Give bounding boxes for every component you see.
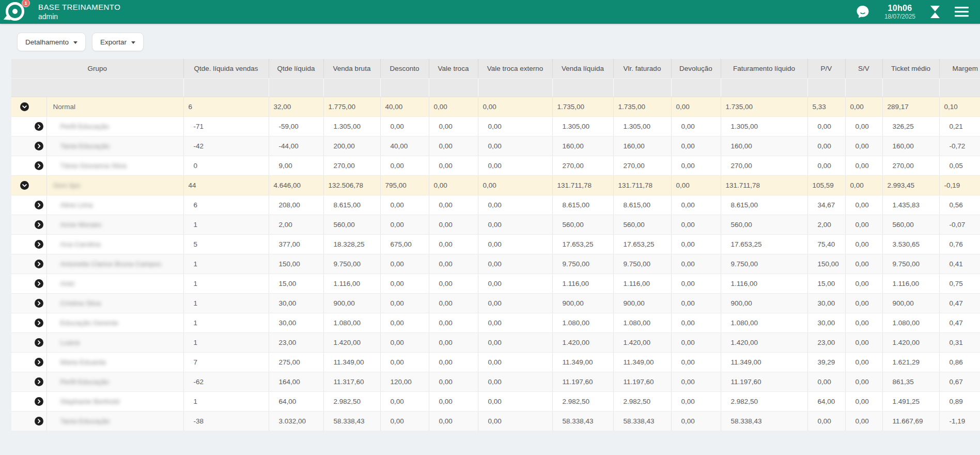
chevron-right-icon[interactable] <box>35 358 43 367</box>
chevron-down-icon[interactable] <box>20 102 29 111</box>
table-cell: 2,00 <box>269 215 323 234</box>
column-header-venda-bruta[interactable]: Venda bruta <box>323 59 380 78</box>
table-cell: 15,00 <box>807 274 845 293</box>
table-cell: 0,67 <box>939 372 980 391</box>
time-label: 10h06 <box>884 3 915 13</box>
chevron-right-icon[interactable] <box>35 122 43 131</box>
table-cell: 9.750,00 <box>323 254 380 274</box>
column-header-desconto[interactable]: Desconto <box>380 59 429 78</box>
chevron-right-icon[interactable] <box>35 260 43 268</box>
chevron-right-icon[interactable] <box>35 397 43 406</box>
table-row: Perfil Educação-62164,0011.317,60120,000… <box>11 372 980 391</box>
expander-cell <box>11 274 46 293</box>
expander-cell <box>11 136 46 156</box>
table-cell: 30,00 <box>807 313 845 332</box>
table-cell: 0,00 <box>380 313 429 332</box>
table-cell: 0,00 <box>478 293 552 313</box>
table-cell: 1.116,00 <box>323 274 380 293</box>
table-cell: 0,00 <box>380 156 429 175</box>
filter-cell-margem[interactable] <box>939 78 980 97</box>
column-header-faturamento-liquido[interactable]: Faturamento líquido <box>721 59 807 78</box>
column-header-s-v[interactable]: S/V <box>845 59 882 78</box>
table-cell: 0,00 <box>429 274 478 293</box>
table-cell: 861,35 <box>882 372 939 391</box>
column-header-margem[interactable]: Margem <box>939 59 980 78</box>
member-name: Aline Lima <box>46 195 183 215</box>
table-cell: 326,25 <box>882 116 939 136</box>
table-cell: 0,00 <box>671 234 721 254</box>
table-cell: 0,00 <box>671 254 721 274</box>
filter-cell-p-v[interactable] <box>807 78 845 97</box>
filter-cell-qtde-liquida-vendas[interactable] <box>183 78 269 97</box>
notification-badge[interactable]: 1 <box>22 0 30 7</box>
table-cell: 2.982,50 <box>323 391 380 411</box>
table-cell: 30,00 <box>269 313 323 332</box>
member-name: Perfil Educação <box>46 116 183 136</box>
table-cell: 900,00 <box>552 293 613 313</box>
column-header-devolucao[interactable]: Devolução <box>671 59 721 78</box>
table-cell: 0,00 <box>429 234 478 254</box>
table-cell: 1 <box>183 391 269 411</box>
chevron-right-icon[interactable] <box>35 201 43 209</box>
table-cell: 0,00 <box>478 313 552 332</box>
table-row: Antonella Clarice Bruna Campos1150,009.7… <box>11 254 980 274</box>
column-header-vlr-faturado[interactable]: Vlr. faturado <box>613 59 671 78</box>
filter-cell-grupo[interactable] <box>11 78 183 97</box>
table-cell: 0,00 <box>380 352 429 372</box>
filter-cell-qtde-liquida[interactable] <box>269 78 323 97</box>
filter-cell-desconto[interactable] <box>380 78 429 97</box>
app-logo[interactable]: 1 <box>4 1 27 23</box>
filter-cell-vale-troca-externo[interactable] <box>478 78 552 97</box>
chevron-right-icon[interactable] <box>35 377 43 386</box>
table-cell: 2,00 <box>807 215 845 234</box>
column-header-ticket-medio[interactable]: Ticket médio <box>882 59 939 78</box>
filter-cell-ticket-medio[interactable] <box>882 78 939 97</box>
filter-cell-faturamento-liquido[interactable] <box>721 78 807 97</box>
table-cell: 1 <box>183 332 269 352</box>
chevron-right-icon[interactable] <box>35 417 43 426</box>
chevron-right-icon[interactable] <box>35 240 43 249</box>
chat-icon[interactable] <box>854 4 871 20</box>
exportar-button[interactable]: Exportar <box>92 33 144 51</box>
chevron-right-icon[interactable] <box>35 318 43 327</box>
chevron-right-icon[interactable] <box>35 220 43 229</box>
filter-cell-s-v[interactable] <box>845 78 882 97</box>
chevron-right-icon[interactable] <box>35 142 43 150</box>
member-name: Perfil Educação <box>46 372 183 391</box>
table-cell: 150,00 <box>807 254 845 274</box>
table-cell: 0,00 <box>845 116 882 136</box>
detalhamento-button[interactable]: Detalhamento <box>17 33 86 51</box>
filter-cell-devolucao[interactable] <box>671 78 721 97</box>
chevron-right-icon[interactable] <box>35 338 43 347</box>
table-cell: 17.653,25 <box>552 234 613 254</box>
table-cell: 0,00 <box>478 352 552 372</box>
column-header-vale-troca[interactable]: Vale troca <box>429 59 478 78</box>
filter-cell-vlr-faturado[interactable] <box>613 78 671 97</box>
filter-cell-vale-troca[interactable] <box>429 78 478 97</box>
table-cell: 0,00 <box>845 215 882 234</box>
table-cell: 270,00 <box>323 156 380 175</box>
column-header-qtde-liquida[interactable]: Qtde líquida <box>269 59 323 78</box>
filter-cell-venda-bruta[interactable] <box>323 78 380 97</box>
column-header-vale-troca-externo[interactable]: Vale troca externo <box>478 59 552 78</box>
table-cell: 131.711,78 <box>721 175 807 195</box>
column-header-venda-liquida[interactable]: Venda líquida <box>552 59 613 78</box>
hourglass-icon[interactable] <box>929 5 941 19</box>
table-cell: 1.080,00 <box>613 313 671 332</box>
table-cell: 275,00 <box>269 352 323 372</box>
chevron-right-icon[interactable] <box>35 299 43 308</box>
menu-icon[interactable] <box>955 7 969 17</box>
table-cell: 560,00 <box>613 215 671 234</box>
table-cell: 0,00 <box>807 372 845 391</box>
member-name: Luana <box>46 332 183 352</box>
filter-cell-venda-liquida[interactable] <box>552 78 613 97</box>
column-header-qtde-liquida-vendas[interactable]: Qtde. líquida vendas <box>183 59 269 78</box>
chevron-right-icon[interactable] <box>35 279 43 288</box>
column-header-p-v[interactable]: P/V <box>807 59 845 78</box>
chevron-down-icon[interactable] <box>20 181 29 190</box>
table-row: Stephanie Berthold164,002.982,500,000,00… <box>11 391 980 411</box>
column-header-grupo[interactable]: Grupo <box>11 59 183 78</box>
chevron-right-icon[interactable] <box>35 161 43 170</box>
table-cell: 64,00 <box>807 391 845 411</box>
table-cell: 0,05 <box>939 156 980 175</box>
